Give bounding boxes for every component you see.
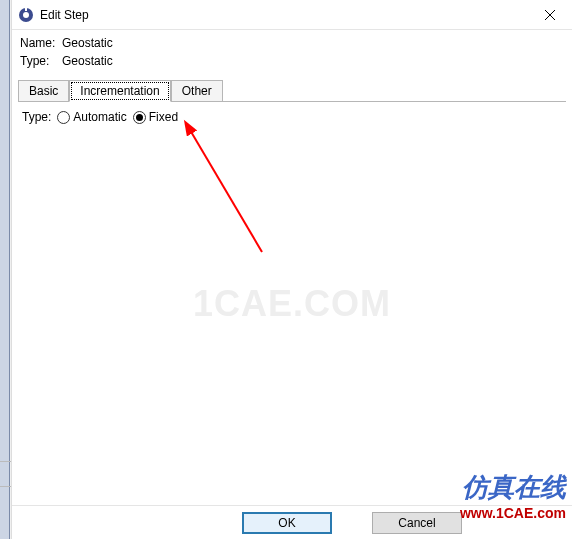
name-row: Name: Geostatic bbox=[20, 36, 564, 50]
radio-automatic-label: Automatic bbox=[73, 110, 126, 124]
radio-icon bbox=[57, 111, 70, 124]
radio-fixed-label: Fixed bbox=[149, 110, 178, 124]
radio-automatic[interactable]: Automatic bbox=[57, 110, 126, 124]
dialog-button-row: OK Cancel bbox=[12, 505, 572, 539]
divider bbox=[0, 461, 11, 462]
dialog-title: Edit Step bbox=[40, 8, 527, 22]
type-label: Type: bbox=[20, 54, 62, 68]
titlebar: Edit Step bbox=[12, 0, 572, 30]
app-icon bbox=[18, 7, 34, 23]
tab-panel-incrementation: Type: Automatic Fixed 1CAE.COM bbox=[18, 101, 566, 497]
header-form: Name: Geostatic Type: Geostatic bbox=[12, 30, 572, 74]
ok-button[interactable]: OK bbox=[242, 512, 332, 534]
type-row: Type: Geostatic bbox=[20, 54, 564, 68]
name-label: Name: bbox=[20, 36, 62, 50]
svg-point-1 bbox=[23, 12, 29, 18]
tab-incrementation[interactable]: Incrementation bbox=[69, 80, 170, 102]
name-value: Geostatic bbox=[62, 36, 113, 50]
increment-type-row: Type: Automatic Fixed bbox=[22, 110, 562, 124]
divider bbox=[0, 486, 11, 487]
watermark-text: 1CAE.COM bbox=[193, 283, 391, 325]
close-button[interactable] bbox=[527, 0, 572, 30]
tab-other[interactable]: Other bbox=[171, 80, 223, 102]
increment-type-label: Type: bbox=[22, 110, 51, 124]
parent-window-edge bbox=[0, 0, 10, 539]
edit-step-dialog: Edit Step Name: Geostatic Type: Geostati… bbox=[11, 0, 572, 539]
radio-icon bbox=[133, 111, 146, 124]
radio-fixed[interactable]: Fixed bbox=[133, 110, 178, 124]
type-value: Geostatic bbox=[62, 54, 113, 68]
tab-strip: Basic Incrementation Other bbox=[18, 80, 566, 102]
tab-basic[interactable]: Basic bbox=[18, 80, 69, 102]
cancel-button[interactable]: Cancel bbox=[372, 512, 462, 534]
svg-rect-2 bbox=[25, 8, 27, 11]
